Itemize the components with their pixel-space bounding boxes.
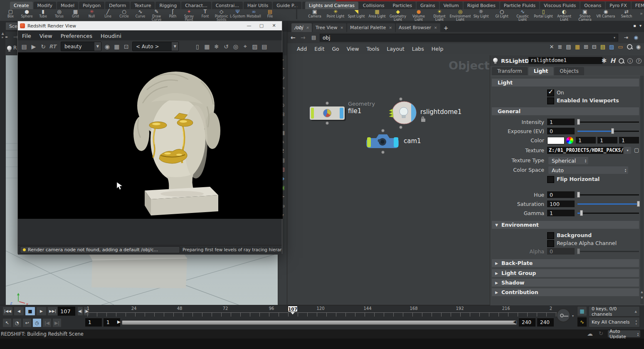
tool-null[interactable]: ✳ Null bbox=[84, 9, 100, 21]
file-chooser-icon[interactable]: ▢ bbox=[634, 147, 639, 153]
focus-picker-icon[interactable]: ⌖ bbox=[242, 43, 249, 50]
tool-draw-curve[interactable]: ✎ Draw Curve bbox=[148, 9, 165, 21]
net-list-icon[interactable]: ▤ bbox=[566, 44, 571, 50]
shelf-tab[interactable]: Rigid Bodies bbox=[464, 2, 499, 9]
radial-menu-icon[interactable]: ◉ bbox=[634, 35, 638, 40]
jump-start-button[interactable]: |◀◀ bbox=[2, 307, 13, 316]
tool-grid[interactable]: ▦ Grid bbox=[67, 9, 84, 21]
close-button[interactable]: ✕ bbox=[268, 21, 280, 30]
shelf-tab[interactable]: Particles bbox=[389, 2, 416, 9]
shelf-tab[interactable]: Charact... bbox=[181, 2, 211, 9]
node-display-flag[interactable] bbox=[311, 108, 314, 119]
window-titlebar[interactable]: Redshift Render View — ▢ ✕ bbox=[18, 21, 282, 30]
saturation-slider[interactable] bbox=[577, 200, 639, 207]
tool-geometry-light[interactable]: ◆ Geometry Light bbox=[387, 9, 408, 21]
intensity-slider[interactable] bbox=[577, 119, 639, 125]
scoped-channels-icon[interactable]: ▦ bbox=[577, 306, 587, 316]
search-icon[interactable] bbox=[619, 58, 624, 64]
maximize-button[interactable]: ▢ bbox=[255, 21, 268, 30]
path-back-icon[interactable]: ← bbox=[291, 34, 296, 41]
menu-item[interactable]: Layout bbox=[383, 46, 408, 52]
pane-maximize-icon[interactable]: ▪ bbox=[633, 23, 636, 28]
network-tab[interactable]: Asset Browser ✕ bbox=[396, 23, 440, 32]
render-camera-dropdown[interactable]: < Auto > ▼ bbox=[132, 42, 179, 51]
menu-item[interactable]: Help bbox=[428, 46, 447, 52]
net-background-image-icon[interactable]: ▨ bbox=[609, 44, 614, 50]
node-input-connector[interactable] bbox=[381, 129, 385, 132]
close-icon[interactable]: ✕ bbox=[389, 26, 392, 30]
tool-sky-light[interactable]: ☼ Sky Light bbox=[471, 9, 491, 21]
current-frame-marker[interactable]: 107 bbox=[288, 306, 298, 312]
close-icon[interactable]: ✕ bbox=[341, 26, 344, 30]
gamma-slider[interactable] bbox=[577, 210, 639, 216]
info-icon[interactable]: i bbox=[627, 58, 633, 64]
menu-item[interactable]: Labs bbox=[408, 46, 428, 52]
flip-horizontal-checkbox[interactable] bbox=[547, 176, 554, 183]
scroll-down-icon[interactable]: ▼ bbox=[640, 296, 644, 299]
snapshot-freeze-icon[interactable]: ❄ bbox=[213, 43, 220, 50]
playback-range-slider[interactable] bbox=[122, 320, 517, 325]
parameter-tab[interactable]: Light bbox=[528, 67, 554, 75]
menu-item[interactable]: View bbox=[35, 33, 57, 39]
path-forward-icon[interactable]: → bbox=[301, 34, 306, 41]
collapsed-section[interactable]: ▶ Back-Plate bbox=[492, 259, 639, 267]
pane-menu-icon[interactable]: ▾ bbox=[639, 23, 642, 28]
shelf-tab[interactable]: Modify bbox=[34, 2, 56, 9]
parameter-tab[interactable]: Objects bbox=[554, 67, 584, 75]
collapsed-section[interactable]: ▶ Shadow bbox=[492, 279, 639, 287]
shelf-tab[interactable]: Viscous Fluids bbox=[540, 2, 580, 9]
section-light[interactable]: Light bbox=[492, 79, 639, 87]
add-pane-tab-button[interactable]: + bbox=[441, 25, 451, 32]
shelf-overflow-chevron-icon[interactable]: » bbox=[640, 11, 643, 16]
aov-dropdown[interactable]: beauty ▼ bbox=[61, 42, 101, 51]
menu-item[interactable]: View bbox=[343, 46, 363, 52]
menu-item[interactable]: Tools bbox=[363, 46, 383, 52]
network-tab[interactable]: Tree View ✕ bbox=[313, 23, 346, 32]
net-tools-icon[interactable]: ✕ bbox=[550, 44, 554, 50]
refresh-icon[interactable]: ↻ bbox=[599, 330, 603, 337]
shelf-tab[interactable]: Collisions bbox=[359, 2, 388, 9]
tool-font[interactable]: T Font bbox=[197, 9, 213, 21]
snapshot-icon[interactable]: ▤ bbox=[20, 43, 28, 50]
search-icon[interactable] bbox=[627, 44, 632, 50]
shelf-tab[interactable]: Grains bbox=[417, 2, 439, 9]
shelf-tab[interactable]: Constrai... bbox=[212, 2, 243, 9]
hue-field[interactable]: 0 bbox=[547, 191, 575, 198]
section-general[interactable]: General bbox=[492, 107, 639, 115]
node-name-label[interactable]: file1 bbox=[348, 107, 361, 115]
tool-line[interactable]: ╱ Line bbox=[100, 9, 116, 21]
rgb-channels-icon[interactable]: ◉ bbox=[104, 43, 111, 50]
shelf-tab[interactable]: Rigging bbox=[155, 2, 180, 9]
network-path-field[interactable]: obj ▾ bbox=[320, 34, 618, 42]
stripes-icon[interactable]: ▨ bbox=[251, 43, 259, 50]
net-hierarchy-icon[interactable]: ≣ bbox=[558, 44, 562, 50]
shelf-tab[interactable]: Polygon bbox=[79, 2, 104, 9]
menu-item[interactable]: Go bbox=[328, 46, 343, 52]
realtime-toggle-icon[interactable]: ◷ bbox=[32, 318, 42, 327]
network-tab[interactable]: /obj ✕ bbox=[291, 23, 312, 32]
replace-alpha-checkbox[interactable] bbox=[547, 240, 554, 247]
tool-curve[interactable]: ∿ Curve bbox=[132, 9, 148, 21]
shelf-tab[interactable]: Hair Utils bbox=[244, 2, 272, 9]
image-icon[interactable]: ▤ bbox=[261, 43, 268, 50]
render-play-icon[interactable]: ▶ bbox=[30, 43, 37, 50]
shelf-tab[interactable]: Guide P... bbox=[273, 2, 301, 9]
texture-dropdown-icon[interactable]: ▾ bbox=[624, 147, 631, 154]
node-name-label[interactable]: cam1 bbox=[404, 137, 421, 145]
help-icon[interactable]: ? bbox=[636, 58, 642, 64]
play-button[interactable]: ▶ bbox=[36, 307, 47, 316]
tool-sphere[interactable]: ● Sphere bbox=[19, 9, 35, 21]
memory-brain-icon[interactable]: ☁ bbox=[587, 330, 593, 337]
tool-camera[interactable]: ▣ Camera bbox=[304, 9, 325, 21]
tool-metaball[interactable]: ∞ Metaball bbox=[246, 9, 262, 21]
tool-point-light[interactable]: ✳ Point Light bbox=[325, 9, 346, 21]
shelf-tab[interactable]: Model bbox=[57, 2, 78, 9]
playback-end-field[interactable]: 240 bbox=[519, 318, 535, 327]
net-node-shape-icon[interactable]: ⊟ bbox=[592, 44, 597, 50]
collapsed-section[interactable]: ▶ Contribution bbox=[492, 288, 639, 296]
tool-file[interactable]: ▤ File bbox=[262, 9, 278, 21]
tool-platonic-solids[interactable]: ◇ Platonic Solids bbox=[213, 9, 229, 21]
tool-spray-paint[interactable]: ✦ Spray Paint bbox=[181, 9, 197, 21]
on-checkbox[interactable] bbox=[547, 89, 554, 97]
chevron-down-icon[interactable]: ▾ bbox=[614, 36, 615, 40]
